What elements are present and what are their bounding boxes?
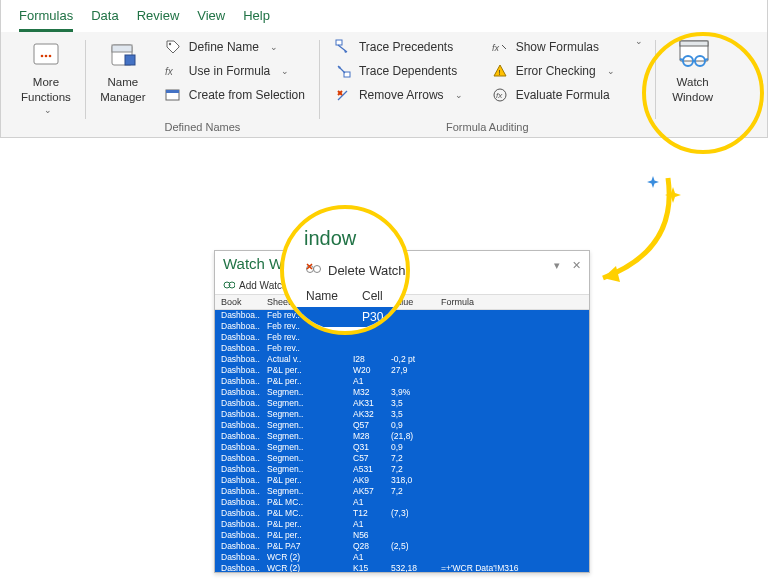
chevron-down-icon: ⌄ bbox=[270, 42, 278, 52]
magnifier-delete-watch[interactable]: Delete Watch bbox=[280, 256, 410, 285]
table-row[interactable]: Dashboa..P&L per..A1 bbox=[215, 519, 589, 530]
svg-point-2 bbox=[45, 55, 48, 58]
audit-launcher[interactable]: ⌄ bbox=[627, 36, 647, 46]
trace-dependents-label: Trace Dependents bbox=[359, 64, 457, 78]
magnifier-header: Name Cell bbox=[280, 285, 410, 307]
create-from-selection-button[interactable]: Create from Selection bbox=[158, 84, 311, 106]
more-functions-button[interactable]: More Functions ⌄ bbox=[15, 36, 77, 119]
svg-point-1 bbox=[41, 55, 44, 58]
svg-rect-10 bbox=[166, 90, 179, 93]
trace-precedents-icon bbox=[334, 38, 352, 56]
watch-window-button[interactable]: Watch Window bbox=[664, 36, 722, 107]
table-row[interactable]: Dashboa..Segmen..AK577,2 bbox=[215, 486, 589, 497]
more-functions-icon bbox=[29, 38, 63, 72]
table-row[interactable]: Dashboa..P&L per..AK9318,0 bbox=[215, 475, 589, 486]
create-selection-icon bbox=[164, 86, 182, 104]
group-formula-auditing: Trace Precedents Trace Dependents Remove… bbox=[320, 36, 655, 137]
use-in-formula-button[interactable]: fx Use in Formula ⌄ bbox=[158, 60, 311, 82]
delete-watch-icon bbox=[306, 262, 322, 279]
close-icon[interactable]: ✕ bbox=[572, 259, 581, 271]
remove-arrows-label: Remove Arrows bbox=[359, 88, 444, 102]
table-row[interactable]: Dashboa..Feb rev.. bbox=[215, 332, 589, 343]
tab-help[interactable]: Help bbox=[243, 4, 270, 32]
col-book[interactable]: Book bbox=[219, 297, 265, 307]
svg-rect-11 bbox=[336, 40, 342, 45]
watch-window-icon bbox=[676, 38, 710, 72]
name-manager-button[interactable]: Name Manager bbox=[94, 36, 152, 107]
svg-text:fx: fx bbox=[496, 91, 503, 100]
group-defined-names: Name Manager Define Name ⌄ fx Use in For… bbox=[86, 36, 319, 137]
table-row[interactable]: Dashboa..P&L MC..T12(7,3) bbox=[215, 508, 589, 519]
col-formula[interactable]: Formula bbox=[439, 297, 585, 307]
table-row[interactable]: Dashboa..Feb rev.. bbox=[215, 321, 589, 332]
error-checking-button[interactable]: ! Error Checking ⌄ bbox=[485, 60, 621, 82]
table-row[interactable]: Dashboa..Feb rev.. bbox=[215, 343, 589, 354]
table-row[interactable]: Dashboa..Segmen..Q570,9 bbox=[215, 420, 589, 431]
trace-dependents-icon bbox=[334, 62, 352, 80]
table-row[interactable]: Dashboa..Actual v..I28-0,2 pt bbox=[215, 354, 589, 365]
svg-point-7 bbox=[169, 43, 171, 45]
highlight-circle-magnifier: indow Delete Watch Name Cell P30 bbox=[280, 205, 410, 335]
watch-rows[interactable]: Dashboa..Feb rev..Dashboa..Feb rev..Dash… bbox=[215, 310, 589, 572]
show-formulas-button[interactable]: fx Show Formulas bbox=[485, 36, 621, 58]
more-functions-label: More Functions bbox=[21, 75, 71, 105]
tab-formulas[interactable]: Formulas bbox=[19, 4, 73, 32]
remove-arrows-icon bbox=[334, 86, 352, 104]
svg-text:fx: fx bbox=[492, 43, 500, 53]
ribbon-tabs: Formulas Data Review View Help bbox=[1, 0, 767, 32]
tab-data[interactable]: Data bbox=[91, 4, 118, 32]
table-row[interactable]: Dashboa..Segmen..C577,2 bbox=[215, 453, 589, 464]
svg-rect-21 bbox=[680, 41, 708, 46]
evaluate-formula-button[interactable]: fx Evaluate Formula bbox=[485, 84, 621, 106]
show-formulas-icon: fx bbox=[491, 38, 509, 56]
chevron-down-icon: ⌄ bbox=[607, 66, 615, 76]
define-name-button[interactable]: Define Name ⌄ bbox=[158, 36, 311, 58]
svg-rect-0 bbox=[34, 44, 58, 64]
table-row[interactable]: Dashboa..P&L PA7Q28(2,5) bbox=[215, 541, 589, 552]
arrow-icon bbox=[578, 160, 698, 300]
defined-names-group-label: Defined Names bbox=[164, 119, 240, 137]
table-row[interactable]: Dashboa..P&L per..N56 bbox=[215, 530, 589, 541]
error-checking-label: Error Checking bbox=[516, 64, 596, 78]
magnifier-delete-label: Delete Watch bbox=[328, 263, 406, 278]
table-row[interactable]: Dashboa..Segmen..AK323,5 bbox=[215, 409, 589, 420]
watch-window-label: Watch Window bbox=[672, 75, 713, 105]
svg-point-3 bbox=[49, 55, 52, 58]
svg-point-30 bbox=[314, 266, 321, 273]
remove-arrows-button[interactable]: Remove Arrows ⌄ bbox=[328, 84, 469, 106]
tag-icon bbox=[164, 38, 182, 56]
trace-dependents-button[interactable]: Trace Dependents bbox=[328, 60, 469, 82]
table-row[interactable]: Dashboa..WCR (2)K15532,18=+'WCR Data'!M3… bbox=[215, 563, 589, 572]
table-row[interactable]: Dashboa..Segmen..A5317,2 bbox=[215, 464, 589, 475]
table-row[interactable]: Dashboa..Segmen..M323,9% bbox=[215, 387, 589, 398]
group-function-library: More Functions ⌄ bbox=[7, 36, 85, 137]
svg-rect-5 bbox=[112, 45, 132, 52]
table-row[interactable]: Dashboa..Segmen..AK313,5 bbox=[215, 398, 589, 409]
ribbon-groups: More Functions ⌄ Name Manager D bbox=[1, 32, 767, 137]
define-name-label: Define Name bbox=[189, 40, 259, 54]
add-watch-icon bbox=[223, 279, 235, 291]
magnifier-col-cell: Cell bbox=[362, 289, 383, 303]
table-row[interactable]: Dashboa..WCR (2)A1 bbox=[215, 552, 589, 563]
svg-text:fx: fx bbox=[165, 66, 174, 77]
magnifier-title-fragment: indow bbox=[280, 227, 410, 256]
table-row[interactable]: Dashboa..Segmen..M28(21,8) bbox=[215, 431, 589, 442]
table-row[interactable]: Dashboa..P&L per..A1 bbox=[215, 376, 589, 387]
table-row[interactable]: Dashboa..Segmen..Q310,9 bbox=[215, 442, 589, 453]
table-row[interactable]: Dashboa..P&L per..W2027,9 bbox=[215, 365, 589, 376]
tab-view[interactable]: View bbox=[197, 4, 225, 32]
table-row[interactable]: Dashboa..Feb rev.. bbox=[215, 310, 589, 321]
evaluate-formula-icon: fx bbox=[491, 86, 509, 104]
name-manager-icon bbox=[106, 38, 140, 72]
create-from-selection-label: Create from Selection bbox=[189, 88, 305, 102]
chevron-down-icon: ⌄ bbox=[281, 66, 289, 76]
trace-precedents-button[interactable]: Trace Precedents bbox=[328, 36, 469, 58]
add-watch-button[interactable]: Add Watch bbox=[223, 279, 288, 291]
svg-text:!: ! bbox=[498, 68, 500, 77]
ribbon: Formulas Data Review View Help More Func… bbox=[0, 0, 768, 138]
tab-review[interactable]: Review bbox=[137, 4, 180, 32]
table-row[interactable]: Dashboa..P&L MC..A1 bbox=[215, 497, 589, 508]
formula-auditing-group-label: Formula Auditing bbox=[446, 119, 529, 137]
dropdown-icon[interactable]: ▾ bbox=[554, 259, 560, 271]
trace-precedents-label: Trace Precedents bbox=[359, 40, 453, 54]
